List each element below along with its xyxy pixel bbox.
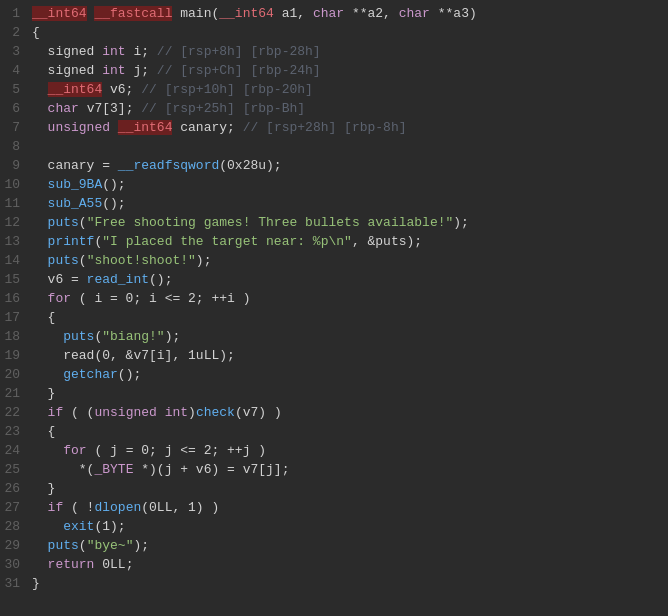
code-token: { — [32, 310, 55, 325]
line-content: read(0, &v7[i], 1uLL); — [28, 346, 668, 365]
code-token — [32, 519, 63, 534]
code-token: puts — [48, 538, 79, 553]
code-line: 1__int64 __fastcall main(__int64 a1, cha… — [0, 4, 668, 23]
line-number: 22 — [0, 403, 28, 422]
code-line: 4 signed int j; // [rsp+Ch] [rbp-24h] — [0, 61, 668, 80]
line-content: __int64 v6; // [rsp+10h] [rbp-20h] — [28, 80, 668, 99]
code-line: 29 puts("bye~"); — [0, 536, 668, 555]
code-viewer: 1__int64 __fastcall main(__int64 a1, cha… — [0, 0, 668, 597]
line-number: 13 — [0, 232, 28, 251]
code-token: // [rsp+8h] [rbp-28h] — [157, 44, 321, 59]
code-token: (1); — [94, 519, 125, 534]
code-line: 7 unsigned __int64 canary; // [rsp+28h] … — [0, 118, 668, 137]
code-token: for — [63, 443, 86, 458]
code-token: **a2, — [344, 6, 399, 21]
code-token: puts — [63, 329, 94, 344]
code-token: ( ( — [63, 405, 94, 420]
code-token: // [rsp+Ch] [rbp-24h] — [157, 63, 321, 78]
code-token: ( j = 0; j <= 2; ++j ) — [87, 443, 266, 458]
code-line: 23 { — [0, 422, 668, 441]
line-content: if ( (unsigned int)check(v7) ) — [28, 403, 668, 422]
code-token: signed — [32, 44, 102, 59]
code-token: v7[3]; — [79, 101, 141, 116]
code-token: signed — [32, 63, 102, 78]
code-line: 9 canary = __readfsqword(0x28u); — [0, 156, 668, 175]
line-number: 31 — [0, 574, 28, 593]
code-token — [32, 177, 48, 192]
line-content: { — [28, 308, 668, 327]
line-number: 9 — [0, 156, 28, 175]
code-token: } — [32, 576, 40, 591]
code-line: 2{ — [0, 23, 668, 42]
code-token: v6 = — [32, 272, 87, 287]
line-number: 10 — [0, 175, 28, 194]
code-line: 28 exit(1); — [0, 517, 668, 536]
line-content: } — [28, 479, 668, 498]
line-number: 16 — [0, 289, 28, 308]
code-token: "bye~" — [87, 538, 134, 553]
line-content: puts("biang!"); — [28, 327, 668, 346]
code-token: (); — [118, 367, 141, 382]
code-line: 22 if ( (unsigned int)check(v7) ) — [0, 403, 668, 422]
code-token: char — [399, 6, 430, 21]
line-number: 8 — [0, 137, 28, 156]
line-number: 14 — [0, 251, 28, 270]
code-line: 27 if ( !dlopen(0LL, 1) ) — [0, 498, 668, 517]
line-number: 1 — [0, 4, 28, 23]
line-number: 19 — [0, 346, 28, 365]
code-token: unsigned int — [94, 405, 188, 420]
code-token: read(0, &v7[i], 1uLL); — [32, 348, 235, 363]
code-token: dlopen — [94, 500, 141, 515]
line-content: } — [28, 384, 668, 403]
line-number: 24 — [0, 441, 28, 460]
code-line: 21 } — [0, 384, 668, 403]
code-token — [32, 82, 48, 97]
line-number: 29 — [0, 536, 28, 555]
code-token: check — [196, 405, 235, 420]
code-line: 17 { — [0, 308, 668, 327]
code-token: , &puts); — [352, 234, 422, 249]
line-content: signed int i; // [rsp+8h] [rbp-28h] — [28, 42, 668, 61]
line-content: __int64 __fastcall main(__int64 a1, char… — [28, 4, 668, 23]
line-content: *(_BYTE *)(j + v6) = v7[j]; — [28, 460, 668, 479]
code-line: 15 v6 = read_int(); — [0, 270, 668, 289]
code-token: if — [48, 500, 64, 515]
line-content: puts("bye~"); — [28, 536, 668, 555]
code-line: 18 puts("biang!"); — [0, 327, 668, 346]
code-token: char — [48, 101, 79, 116]
code-line: 5 __int64 v6; // [rsp+10h] [rbp-20h] — [0, 80, 668, 99]
line-content: getchar(); — [28, 365, 668, 384]
code-line: 24 for ( j = 0; j <= 2; ++j ) — [0, 441, 668, 460]
code-token: exit — [63, 519, 94, 534]
code-token — [32, 538, 48, 553]
code-token: puts — [48, 253, 79, 268]
code-line: 12 puts("Free shooting games! Three bull… — [0, 213, 668, 232]
line-number: 12 — [0, 213, 28, 232]
code-token: ( — [79, 215, 87, 230]
line-content: sub_9BA(); — [28, 175, 668, 194]
line-number: 3 — [0, 42, 28, 61]
line-number: 21 — [0, 384, 28, 403]
code-line: 25 *(_BYTE *)(j + v6) = v7[j]; — [0, 460, 668, 479]
line-number: 11 — [0, 194, 28, 213]
code-token: (0LL, 1) ) — [141, 500, 219, 515]
line-number: 23 — [0, 422, 28, 441]
code-token: } — [32, 386, 55, 401]
code-line: 31} — [0, 574, 668, 593]
code-token: int — [102, 63, 125, 78]
code-token: "shoot!shoot!" — [87, 253, 196, 268]
line-content: { — [28, 23, 668, 42]
code-token: unsigned — [48, 120, 110, 135]
code-token: __int64 — [48, 82, 103, 97]
code-token: main( — [172, 6, 219, 21]
code-token: ( — [79, 253, 87, 268]
code-token: *( — [32, 462, 94, 477]
line-content: sub_A55(); — [28, 194, 668, 213]
code-token — [32, 215, 48, 230]
code-token — [32, 234, 48, 249]
line-content: printf("I placed the target near: %p\n",… — [28, 232, 668, 251]
code-token — [32, 120, 48, 135]
line-number: 5 — [0, 80, 28, 99]
line-content: exit(1); — [28, 517, 668, 536]
code-token: int — [102, 44, 125, 59]
